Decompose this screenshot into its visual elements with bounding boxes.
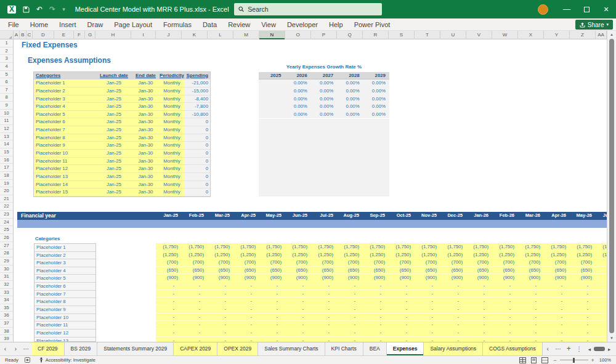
monthly-value-cell[interactable]: - xyxy=(466,290,492,297)
cell-launch-date[interactable]: Jan-25 xyxy=(95,87,132,95)
category-cell[interactable]: Placeholder 3 xyxy=(34,259,95,267)
monthly-value-cell[interactable]: - xyxy=(544,337,570,342)
monthly-value-cell[interactable]: (700) xyxy=(596,259,607,266)
column-header-Y[interactable]: Y xyxy=(544,31,570,39)
row-header-3[interactable]: 3 xyxy=(0,55,13,63)
monthly-value-cell[interactable]: - xyxy=(311,337,337,342)
monthly-value-cell[interactable]: - xyxy=(337,290,363,297)
cell-category[interactable]: Placeholder 15 xyxy=(34,188,95,196)
cell-end-date[interactable]: Jan-30 xyxy=(132,150,159,158)
row-header-5[interactable]: 5 xyxy=(0,71,13,79)
monthly-value-cell[interactable]: - xyxy=(259,282,285,289)
monthly-value-cell[interactable]: (1,250) xyxy=(544,251,570,259)
category-cell[interactable]: Placeholder 6 xyxy=(34,283,95,291)
monthly-value-cell[interactable]: (700) xyxy=(363,259,389,266)
column-header-P[interactable]: P xyxy=(311,31,337,39)
monthly-value-cell[interactable]: - xyxy=(415,329,440,336)
select-all-corner[interactable]: ◢ xyxy=(0,31,14,39)
monthly-value-cell[interactable]: - xyxy=(389,282,415,289)
monthly-value-cell[interactable]: - xyxy=(259,297,285,305)
column-header-O[interactable]: O xyxy=(285,31,311,39)
monthly-value-cell[interactable]: - xyxy=(233,290,259,297)
monthly-value-cell[interactable]: (1,750) xyxy=(233,243,259,251)
column-header-X[interactable]: X xyxy=(518,31,544,39)
column-header-H[interactable]: H xyxy=(95,31,131,39)
monthly-value-cell[interactable]: - xyxy=(492,297,518,305)
growth-cell[interactable]: 0.00% xyxy=(285,111,310,119)
monthly-value-cell[interactable]: - xyxy=(466,313,492,321)
cell-periodicity[interactable]: Monthly xyxy=(159,126,185,134)
cell-spending[interactable]: 0 xyxy=(185,142,210,150)
monthly-value-cell[interactable]: (650) xyxy=(259,267,285,274)
column-header-R[interactable]: R xyxy=(363,31,389,39)
row-header-26[interactable]: 26 xyxy=(0,234,13,242)
growth-cell[interactable]: 0.00% xyxy=(311,103,337,111)
row-header-7[interactable]: 7 xyxy=(0,86,13,94)
ribbon-tab-insert[interactable]: Insert xyxy=(54,18,82,31)
cell-end-date[interactable]: Jan-30 xyxy=(132,181,159,189)
cell-end-date[interactable]: Jan-30 xyxy=(132,142,159,150)
redo-icon[interactable]: ↷ xyxy=(49,6,55,13)
cell-category[interactable]: Placeholder 14 xyxy=(34,181,95,189)
row-header-1[interactable]: 1 xyxy=(0,39,13,47)
ribbon-tab-page-layout[interactable]: Page Layout xyxy=(108,18,158,31)
excel-app-icon[interactable]: X xyxy=(7,6,16,14)
monthly-value-cell[interactable]: (1,750) xyxy=(363,243,389,251)
monthly-value-cell[interactable]: - xyxy=(156,321,182,328)
growth-cell[interactable] xyxy=(259,87,285,95)
financial-year-header-bar[interactable]: Financial year Jan-25Feb-25Mar-25Apr-25M… xyxy=(17,212,607,220)
cell-end-date[interactable]: Jan-30 xyxy=(132,134,159,142)
accessibility-status[interactable]: Accessibility: Investigate xyxy=(39,357,95,363)
column-header-D[interactable]: D xyxy=(33,31,54,39)
category-cell[interactable]: Placeholder 11 xyxy=(34,322,95,330)
ribbon-tab-home[interactable]: Home xyxy=(25,18,54,31)
monthly-value-cell[interactable]: (1,250) xyxy=(389,251,415,259)
growth-cell[interactable]: 0.00% xyxy=(363,87,389,95)
monthly-value-cell[interactable]: - xyxy=(518,305,544,313)
monthly-value-cell[interactable]: - xyxy=(259,337,285,342)
monthly-value-cell[interactable]: - xyxy=(570,321,596,328)
monthly-value-cell[interactable]: - xyxy=(596,337,607,342)
cell-launch-date[interactable]: Jan-25 xyxy=(95,165,132,173)
monthly-value-cell[interactable]: - xyxy=(363,313,389,321)
row-header-23[interactable]: 23 xyxy=(0,211,13,219)
cell-spending[interactable]: 0 xyxy=(185,150,210,158)
categories-label[interactable]: Categories xyxy=(35,236,60,241)
monthly-value-cell[interactable]: - xyxy=(415,305,440,313)
monthly-value-cell[interactable]: - xyxy=(311,313,337,321)
row-header-35[interactable]: 35 xyxy=(0,304,13,312)
row-header-39[interactable]: 39 xyxy=(0,335,13,342)
monthly-value-cell[interactable]: - xyxy=(337,337,363,342)
column-header-S[interactable]: S xyxy=(389,31,415,39)
sheet-tab-bs-2029[interactable]: BS 2029 xyxy=(65,342,98,355)
hscroll-right-icon[interactable]: ▸ xyxy=(608,346,610,352)
share-button[interactable]: Share ▾ xyxy=(575,20,613,30)
monthly-value-cell[interactable]: - xyxy=(311,297,337,305)
monthly-value-cell[interactable]: (900) xyxy=(259,274,285,281)
cell-category[interactable]: Placeholder 3 xyxy=(34,95,95,103)
monthly-value-cell[interactable]: - xyxy=(182,290,208,297)
monthly-value-cell[interactable]: - xyxy=(570,282,596,289)
monthly-value-cell[interactable]: - xyxy=(285,337,311,342)
monthly-value-cell[interactable]: - xyxy=(311,321,337,328)
cell-launch-date[interactable]: Jan-25 xyxy=(95,150,132,158)
monthly-value-cell[interactable]: - xyxy=(492,290,518,297)
monthly-value-cell[interactable]: - xyxy=(466,337,492,342)
monthly-value-cell[interactable]: - xyxy=(440,321,466,328)
monthly-value-cell[interactable]: - xyxy=(233,297,259,305)
monthly-value-cell[interactable]: - xyxy=(492,337,518,342)
sheet-tab-salary-assumptions[interactable]: Salary Assumptions xyxy=(424,342,483,355)
monthly-value-cell[interactable]: - xyxy=(415,321,440,328)
monthly-value-cell[interactable]: - xyxy=(285,297,311,305)
monthly-value-cell[interactable]: - xyxy=(363,337,389,342)
growth-cell[interactable]: 0.00% xyxy=(285,87,310,95)
monthly-value-cell[interactable]: - xyxy=(259,290,285,297)
monthly-value-cell[interactable]: (900) xyxy=(596,274,607,281)
monthly-value-cell[interactable]: - xyxy=(544,290,570,297)
row-header-38[interactable]: 38 xyxy=(0,328,13,336)
tab-list-more-icon[interactable]: ⋯ xyxy=(553,342,564,355)
cell-launch-date[interactable]: Jan-25 xyxy=(95,181,132,189)
growth-cell[interactable] xyxy=(259,95,285,103)
monthly-value-cell[interactable]: - xyxy=(182,329,208,336)
monthly-value-cell[interactable]: (1,750) xyxy=(440,243,466,251)
